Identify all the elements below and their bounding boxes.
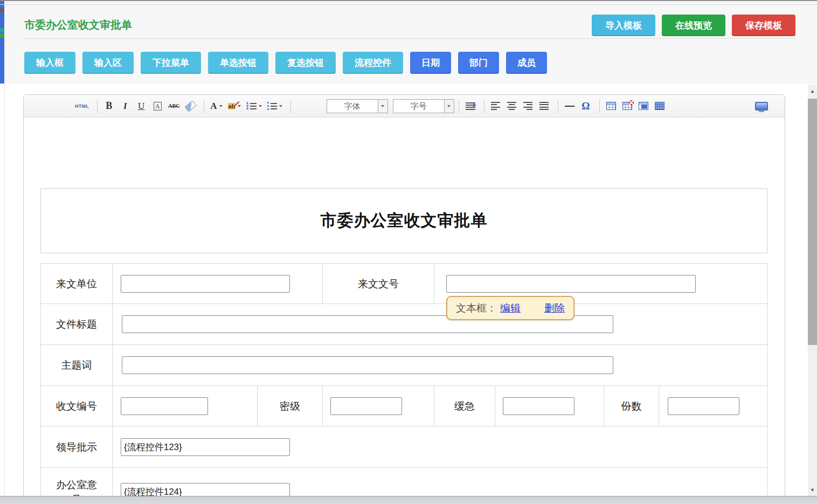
highlight-color-icon[interactable]: ab — [226, 98, 243, 114]
leader-comments-input[interactable] — [121, 438, 290, 456]
indent-icon[interactable] — [463, 98, 477, 114]
add-radio-button[interactable]: 单选按钮 — [208, 52, 268, 74]
align-right-icon[interactable] — [521, 98, 535, 114]
font-family-select[interactable]: 字体 — [327, 99, 388, 113]
add-checkbox-button[interactable]: 复选按钮 — [275, 52, 336, 74]
field-label: 份数 — [604, 386, 659, 426]
dropdown-caret-icon — [279, 105, 282, 107]
source-code-icon[interactable]: HTML — [73, 98, 91, 114]
import-template-button[interactable]: 导入模板 — [592, 15, 655, 36]
edit-field-link[interactable]: 编辑 — [500, 301, 521, 315]
subject-words-input[interactable] — [122, 356, 613, 374]
left-divider — [4, 84, 5, 496]
toolbar-separator — [558, 100, 558, 113]
field-label: 文件标题 — [41, 304, 113, 345]
scroll-down-arrow-icon[interactable]: ▼ — [808, 485, 817, 494]
header: 市委办公室收文审批单 导入模板 在线预览 保存模板 输入框 输入区 下拉菜单 单… — [0, 2, 817, 84]
combo-arrow[interactable] — [444, 100, 454, 113]
save-template-button[interactable]: 保存模板 — [732, 15, 795, 36]
table-row: 文件标题 — [41, 304, 768, 345]
page-title: 市委办公室收文审批单 — [24, 18, 132, 32]
add-input-box-button[interactable]: 输入框 — [24, 52, 75, 74]
italic-icon[interactable]: I — [118, 98, 132, 114]
align-center-icon[interactable] — [505, 98, 519, 114]
toolbar-separator — [204, 100, 204, 113]
sliver-mark — [0, 9, 4, 12]
scroll-up-arrow-icon[interactable]: ▲ — [808, 86, 817, 95]
add-department-button[interactable]: 部门 — [458, 52, 499, 74]
editor-canvas[interactable]: 市委办公室收文审批单 来文单位 来文文号 文件标题 主 — [24, 118, 785, 503]
tooltip-label: 文本框： — [456, 301, 497, 315]
window-top-edge-line — [0, 4, 817, 5]
combo-arrow[interactable] — [378, 100, 387, 113]
scrollbar-thumb[interactable] — [808, 99, 817, 345]
strikethrough-icon[interactable]: ABC — [167, 98, 181, 114]
field-label: 来文单位 — [41, 264, 113, 304]
table-row: 主题词 — [41, 345, 768, 386]
dropdown-caret-icon — [238, 105, 241, 107]
field-label: 主题词 — [41, 345, 113, 386]
urgency-input[interactable] — [503, 397, 574, 415]
delete-field-link[interactable]: 删除 — [544, 301, 565, 315]
add-dropdown-button[interactable]: 下拉菜单 — [141, 52, 201, 74]
table-properties-icon[interactable] — [636, 98, 650, 114]
bullet-list-icon[interactable] — [266, 98, 284, 114]
bold-icon[interactable]: B — [102, 98, 116, 114]
eraser-icon — [184, 100, 196, 112]
table-row: 领导批示 — [41, 426, 768, 468]
receipt-number-input[interactable] — [121, 397, 208, 415]
font-color-icon[interactable]: A — [209, 98, 224, 114]
insert-table-icon[interactable] — [604, 98, 618, 114]
remove-format-icon[interactable] — [183, 98, 197, 114]
add-member-button[interactable]: 成员 — [506, 52, 547, 74]
field-label: 收文编号 — [41, 386, 113, 426]
table-row: 来文单位 来文文号 — [41, 264, 768, 304]
form-title: 市委办公室收文审批单 — [321, 210, 488, 232]
table-row: 收文编号 密级 缓急 份数 — [41, 386, 768, 426]
align-left-icon[interactable] — [489, 98, 503, 114]
toolbar-separator — [290, 100, 291, 113]
toolbar-separator — [599, 100, 600, 113]
add-date-button[interactable]: 日期 — [410, 52, 451, 74]
screen: 市委办公室收文审批单 导入模板 在线预览 保存模板 输入框 输入区 下拉菜单 单… — [0, 0, 817, 504]
rich-text-editor: HTML B I U A ABC A ab 123 — [23, 94, 785, 504]
font-size-select[interactable]: 字号 — [393, 99, 454, 113]
field-type-toolbar: 输入框 输入区 下拉菜单 单选按钮 复选按钮 流程控件 日期 部门 成员 — [24, 52, 547, 74]
format-block-icon[interactable]: A — [150, 98, 164, 114]
background-window-sliver — [0, 1, 4, 84]
table-grid-icon[interactable] — [653, 98, 667, 114]
add-textarea-button[interactable]: 输入区 — [82, 52, 134, 74]
copies-input[interactable] — [668, 397, 739, 415]
field-label: 领导批示 — [41, 426, 113, 468]
editor-toolbar: HTML B I U A ABC A ab 123 — [24, 95, 785, 118]
dropdown-caret-icon — [219, 105, 223, 107]
ordered-list-icon[interactable]: 123 — [245, 98, 263, 114]
underline-icon[interactable]: U — [134, 98, 148, 114]
sliver-mark — [0, 28, 4, 32]
security-level-input[interactable] — [330, 397, 402, 415]
toolbar-separator — [97, 100, 98, 113]
sliver-mark — [0, 33, 4, 38]
field-label: 来文文号 — [323, 264, 434, 304]
field-label: 密级 — [258, 386, 323, 426]
dropdown-caret-icon — [259, 105, 262, 107]
header-divider — [24, 38, 795, 39]
horizontal-rule-icon[interactable] — [563, 98, 577, 114]
fullscreen-icon[interactable] — [753, 98, 770, 114]
window-top-edge — [0, 0, 817, 1]
dropdown-caret-icon — [381, 105, 384, 107]
document-number-input[interactable] — [446, 275, 696, 293]
online-preview-button[interactable]: 在线预览 — [662, 15, 725, 36]
add-flow-control-button[interactable]: 流程控件 — [343, 52, 403, 74]
align-justify-icon[interactable] — [537, 98, 551, 114]
delete-table-icon[interactable] — [620, 98, 634, 114]
vertical-scrollbar[interactable]: ▲ ▼ — [808, 85, 817, 496]
source-unit-input[interactable] — [121, 275, 290, 293]
header-actions: 导入模板 在线预览 保存模板 — [592, 15, 795, 36]
toolbar-separator — [484, 100, 484, 113]
special-character-icon[interactable]: Ω — [579, 98, 593, 114]
dropdown-caret-icon — [447, 105, 451, 107]
field-label: 缓急 — [434, 386, 495, 426]
toolbar-separator — [459, 100, 459, 113]
field-tooltip: 文本框： 编辑 删除 — [446, 296, 574, 320]
